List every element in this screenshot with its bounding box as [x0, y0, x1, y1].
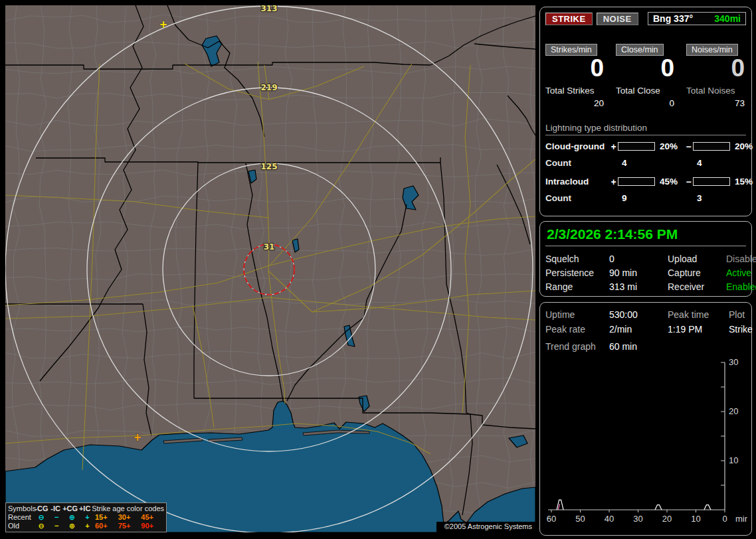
strikes-per-min-label: Strikes/min — [545, 44, 597, 56]
peak-rate-value: 2/min — [609, 325, 668, 335]
close-column: Close/min 0 Total Close 0 — [616, 44, 676, 108]
range-value: 313 mi — [609, 282, 668, 292]
strikes-column: Strikes/min 0 Total Strikes 20 — [545, 44, 605, 108]
total-noises-label: Total Noises — [686, 86, 746, 96]
status-panel: 2/3/2026 2:14:56 PM Squelch 0 Upload Dis… — [539, 221, 752, 297]
bearing-label: Bng 337° — [653, 13, 693, 24]
cloud-ground-row: Cloud-ground + 20% − 20% — [545, 141, 746, 152]
trend-graph-label: Trend graph — [545, 341, 609, 352]
ic-negative-bar-fill — [694, 178, 700, 185]
noises-per-min-value: 0 — [686, 56, 746, 82]
svg-text:min: min — [735, 514, 747, 524]
lightning-map: 313 219 125 31 + + Symbols -CG -IC +CG +… — [5, 5, 535, 532]
plot-value: Strike — [729, 325, 753, 335]
capture-label: Capture — [668, 268, 726, 278]
legend-recent-label: Recent — [8, 513, 34, 522]
receiver-status: Enabled — [726, 282, 756, 292]
svg-text:50: 50 — [575, 514, 585, 524]
legend-old-label: Old — [8, 522, 34, 530]
cg-positive-bar-fill — [618, 143, 626, 150]
neg-cg-old-icon: ⊖ — [34, 522, 49, 530]
ic-positive-count: 9 — [618, 193, 656, 203]
age-45: 45+ — [141, 513, 164, 522]
pos-ic-old-icon: + — [80, 522, 95, 530]
svg-text:20: 20 — [662, 514, 672, 524]
plus-sign: + — [609, 177, 618, 187]
current-datetime: 2/3/2026 2:14:56 PM — [545, 225, 746, 246]
persistence-label: Persistence — [545, 268, 609, 278]
squelch-value: 0 — [609, 254, 668, 264]
trend-graph: 1020306050403020100min — [545, 353, 747, 527]
noise-mode-button[interactable]: NOISE — [597, 13, 638, 25]
bearing-display: Bng 337° 340mi — [648, 12, 746, 25]
count-label: Count — [545, 158, 609, 168]
total-strikes-label: Total Strikes — [545, 86, 605, 96]
legend-header-row: Symbols -CG -IC +CG +IC Strike age color… — [8, 504, 164, 513]
count-label: Count — [545, 193, 609, 203]
range-label: Range — [545, 282, 609, 292]
age-75: 75+ — [118, 522, 142, 530]
ic-negative-count: 3 — [693, 193, 731, 203]
pos-ic-recent-icon: + — [80, 513, 95, 522]
capture-status: Active — [726, 268, 756, 278]
intracloud-row: Intracloud + 45% − 15% — [545, 177, 746, 187]
persistence-value: 90 min — [609, 268, 668, 278]
upload-status: Disabled — [726, 254, 756, 264]
legend-col-pos-cg: +CG — [62, 504, 78, 513]
distribution-title: Lightning type distribution — [545, 123, 746, 135]
noises-column: Noises/min 0 Total Noises 73 — [686, 44, 746, 108]
cg-negative-pct: 20% — [731, 141, 756, 151]
legend-symbols-header: Symbols — [8, 504, 35, 513]
strike-mode-button[interactable]: STRIKE — [545, 13, 593, 25]
close-per-min-value: 0 — [616, 56, 676, 82]
close-per-min-label: Close/min — [616, 44, 664, 56]
age-15: 15+ — [95, 513, 118, 522]
trend-graph-value: 60 min — [609, 341, 637, 352]
map-canvas: 313 219 125 31 + + — [5, 5, 535, 532]
ring-label-219: 219 — [260, 83, 277, 92]
svg-text:30: 30 — [729, 357, 738, 367]
legend-col-neg-cg: -CG — [35, 504, 48, 513]
age-30: 30+ — [118, 513, 142, 522]
ring-label-125: 125 — [260, 162, 277, 171]
intracloud-label: Intracloud — [545, 177, 609, 187]
copyright-text: ©2005 Astrogenic Systems — [444, 522, 532, 530]
total-close-value: 0 — [616, 98, 676, 108]
strike-symbol-aged-ic: + — [134, 431, 142, 443]
ic-positive-bar-fill — [618, 178, 635, 185]
strike-symbol-old-ic: + — [159, 19, 168, 31]
age-60: 60+ — [95, 522, 118, 530]
ring-label-31: 31 — [264, 242, 275, 252]
minus-sign: − — [684, 177, 693, 187]
neg-cg-recent-icon: ⊖ — [34, 513, 49, 522]
map-symbol-legend: Symbols -CG -IC +CG +IC Strike age color… — [5, 502, 167, 532]
svg-text:10: 10 — [691, 514, 700, 524]
ic-positive-bar — [618, 177, 655, 186]
upload-label: Upload — [668, 254, 726, 264]
ic-negative-bar — [693, 177, 730, 186]
copyright-bar: ©2005 Astrogenic Systems — [436, 522, 535, 532]
pos-cg-old-icon: ⊕ — [64, 522, 80, 530]
cloud-ground-count-row: Count 4 4 — [545, 158, 746, 168]
plus-sign: + — [609, 141, 618, 152]
uptime-label: Uptime — [545, 310, 609, 320]
svg-text:30: 30 — [633, 514, 642, 524]
peak-time-label: Peak time — [668, 310, 729, 320]
legend-col-pos-ic: +IC — [78, 504, 92, 513]
total-strikes-value: 20 — [545, 98, 605, 108]
cg-negative-count: 4 — [693, 158, 731, 168]
cloud-ground-label: Cloud-ground — [545, 141, 609, 151]
noises-per-min-label: Noises/min — [686, 44, 738, 56]
cg-negative-bar — [693, 142, 730, 151]
peak-time-value: 1:19 PM — [668, 325, 729, 335]
svg-text:60: 60 — [547, 514, 556, 524]
age-90: 90+ — [141, 522, 164, 530]
neg-ic-recent-icon: − — [49, 513, 64, 522]
cg-positive-bar — [618, 142, 655, 151]
plot-label: Plot — [729, 310, 753, 320]
peak-rate-label: Peak rate — [545, 325, 609, 335]
legend-col-neg-ic: -IC — [48, 504, 62, 513]
cg-negative-bar-fill — [694, 143, 702, 150]
cg-positive-count: 4 — [618, 158, 656, 168]
svg-text:20: 20 — [729, 406, 738, 416]
